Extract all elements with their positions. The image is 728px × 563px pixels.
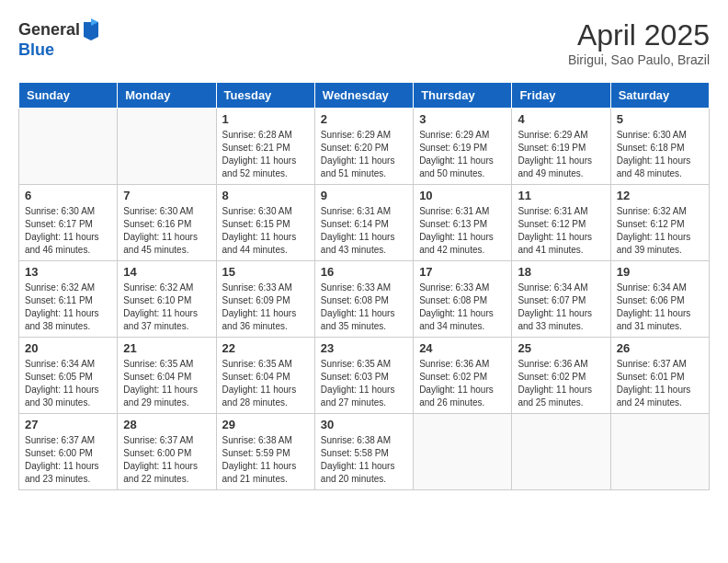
day-number: 17 bbox=[419, 265, 506, 279]
day-info: Sunrise: 6:32 AM Sunset: 6:11 PM Dayligh… bbox=[25, 282, 111, 333]
day-of-week-header: Wednesday bbox=[314, 83, 413, 109]
day-number: 24 bbox=[419, 341, 506, 355]
calendar-day-cell: 15Sunrise: 6:33 AM Sunset: 6:09 PM Dayli… bbox=[216, 261, 314, 338]
logo-blue-text: Blue bbox=[18, 40, 100, 60]
calendar-week-row: 1Sunrise: 6:28 AM Sunset: 6:21 PM Daylig… bbox=[19, 109, 710, 185]
day-number: 4 bbox=[518, 112, 604, 126]
day-number: 20 bbox=[25, 341, 111, 355]
day-info: Sunrise: 6:29 AM Sunset: 6:19 PM Dayligh… bbox=[518, 129, 604, 180]
calendar-day-cell: 5Sunrise: 6:30 AM Sunset: 6:18 PM Daylig… bbox=[610, 109, 709, 185]
day-info: Sunrise: 6:32 AM Sunset: 6:10 PM Dayligh… bbox=[123, 282, 210, 333]
calendar-day-cell: 25Sunrise: 6:36 AM Sunset: 6:02 PM Dayli… bbox=[512, 338, 610, 414]
month-title: April 2025 bbox=[568, 18, 710, 52]
calendar-day-cell: 16Sunrise: 6:33 AM Sunset: 6:08 PM Dayli… bbox=[314, 261, 413, 338]
calendar-week-row: 13Sunrise: 6:32 AM Sunset: 6:11 PM Dayli… bbox=[19, 261, 710, 338]
calendar-day-cell: 1Sunrise: 6:28 AM Sunset: 6:21 PM Daylig… bbox=[216, 109, 314, 185]
day-of-week-header: Thursday bbox=[414, 83, 512, 109]
day-info: Sunrise: 6:38 AM Sunset: 5:58 PM Dayligh… bbox=[321, 434, 407, 486]
title-block: April 2025 Birigui, Sao Paulo, Brazil bbox=[568, 18, 710, 67]
calendar-day-cell: 3Sunrise: 6:29 AM Sunset: 6:19 PM Daylig… bbox=[414, 109, 512, 185]
calendar-day-cell: 13Sunrise: 6:32 AM Sunset: 6:11 PM Dayli… bbox=[19, 261, 118, 338]
calendar-day-cell: 20Sunrise: 6:34 AM Sunset: 6:05 PM Dayli… bbox=[19, 338, 118, 414]
calendar-day-cell: 7Sunrise: 6:30 AM Sunset: 6:16 PM Daylig… bbox=[118, 185, 216, 261]
day-number: 12 bbox=[617, 189, 703, 202]
day-of-week-header: Tuesday bbox=[216, 83, 314, 109]
calendar-week-row: 27Sunrise: 6:37 AM Sunset: 6:00 PM Dayli… bbox=[19, 414, 710, 490]
calendar-day-cell: 11Sunrise: 6:31 AM Sunset: 6:12 PM Dayli… bbox=[512, 185, 610, 261]
day-info: Sunrise: 6:35 AM Sunset: 6:04 PM Dayligh… bbox=[123, 358, 210, 409]
calendar-week-row: 20Sunrise: 6:34 AM Sunset: 6:05 PM Dayli… bbox=[19, 338, 710, 414]
day-info: Sunrise: 6:30 AM Sunset: 6:17 PM Dayligh… bbox=[25, 205, 111, 257]
logo: General Blue bbox=[18, 18, 100, 60]
day-info: Sunrise: 6:37 AM Sunset: 6:01 PM Dayligh… bbox=[617, 358, 703, 409]
day-info: Sunrise: 6:37 AM Sunset: 6:00 PM Dayligh… bbox=[25, 434, 111, 486]
day-number: 18 bbox=[518, 265, 604, 279]
day-number: 15 bbox=[222, 265, 309, 279]
calendar-day-cell: 17Sunrise: 6:33 AM Sunset: 6:08 PM Dayli… bbox=[414, 261, 512, 338]
calendar-day-cell: 23Sunrise: 6:35 AM Sunset: 6:03 PM Dayli… bbox=[314, 338, 413, 414]
calendar-day-cell: 2Sunrise: 6:29 AM Sunset: 6:20 PM Daylig… bbox=[314, 109, 413, 185]
day-number: 6 bbox=[25, 189, 111, 202]
day-info: Sunrise: 6:36 AM Sunset: 6:02 PM Dayligh… bbox=[419, 358, 506, 409]
logo-general-text: General bbox=[18, 20, 80, 40]
day-info: Sunrise: 6:34 AM Sunset: 6:06 PM Dayligh… bbox=[617, 282, 703, 333]
day-number: 23 bbox=[321, 341, 407, 355]
day-info: Sunrise: 6:33 AM Sunset: 6:09 PM Dayligh… bbox=[222, 282, 309, 333]
calendar-day-cell: 19Sunrise: 6:34 AM Sunset: 6:06 PM Dayli… bbox=[610, 261, 709, 338]
day-info: Sunrise: 6:32 AM Sunset: 6:12 PM Dayligh… bbox=[617, 205, 703, 257]
day-info: Sunrise: 6:29 AM Sunset: 6:19 PM Dayligh… bbox=[419, 129, 506, 180]
day-info: Sunrise: 6:33 AM Sunset: 6:08 PM Dayligh… bbox=[321, 282, 407, 333]
day-number: 8 bbox=[222, 189, 309, 202]
day-number: 22 bbox=[222, 341, 309, 355]
calendar-day-cell: 21Sunrise: 6:35 AM Sunset: 6:04 PM Dayli… bbox=[118, 338, 216, 414]
calendar-week-row: 6Sunrise: 6:30 AM Sunset: 6:17 PM Daylig… bbox=[19, 185, 710, 261]
day-info: Sunrise: 6:36 AM Sunset: 6:02 PM Dayligh… bbox=[518, 358, 604, 409]
calendar-day-cell: 14Sunrise: 6:32 AM Sunset: 6:10 PM Dayli… bbox=[118, 261, 216, 338]
calendar-day-cell: 22Sunrise: 6:35 AM Sunset: 6:04 PM Dayli… bbox=[216, 338, 314, 414]
calendar-day-cell: 8Sunrise: 6:30 AM Sunset: 6:15 PM Daylig… bbox=[216, 185, 314, 261]
day-info: Sunrise: 6:37 AM Sunset: 6:00 PM Dayligh… bbox=[123, 434, 210, 486]
day-number: 11 bbox=[518, 189, 604, 202]
location-subtitle: Birigui, Sao Paulo, Brazil bbox=[568, 52, 710, 67]
day-number: 9 bbox=[321, 189, 407, 202]
calendar-day-cell: 24Sunrise: 6:36 AM Sunset: 6:02 PM Dayli… bbox=[414, 338, 512, 414]
day-info: Sunrise: 6:30 AM Sunset: 6:18 PM Dayligh… bbox=[617, 129, 703, 180]
day-info: Sunrise: 6:28 AM Sunset: 6:21 PM Dayligh… bbox=[222, 129, 309, 180]
day-info: Sunrise: 6:34 AM Sunset: 6:07 PM Dayligh… bbox=[518, 282, 604, 333]
day-info: Sunrise: 6:33 AM Sunset: 6:08 PM Dayligh… bbox=[419, 282, 506, 333]
calendar-day-cell bbox=[19, 109, 118, 185]
calendar-day-cell: 6Sunrise: 6:30 AM Sunset: 6:17 PM Daylig… bbox=[19, 185, 118, 261]
day-number: 27 bbox=[25, 418, 111, 431]
day-number: 2 bbox=[321, 112, 407, 126]
logo-icon bbox=[82, 18, 100, 40]
calendar-day-cell bbox=[512, 414, 610, 490]
day-of-week-header: Sunday bbox=[19, 83, 118, 109]
day-info: Sunrise: 6:35 AM Sunset: 6:04 PM Dayligh… bbox=[222, 358, 309, 409]
day-info: Sunrise: 6:31 AM Sunset: 6:14 PM Dayligh… bbox=[321, 205, 407, 257]
day-number: 28 bbox=[123, 418, 210, 431]
calendar-day-cell: 27Sunrise: 6:37 AM Sunset: 6:00 PM Dayli… bbox=[19, 414, 118, 490]
calendar-day-cell bbox=[414, 414, 512, 490]
day-of-week-header: Monday bbox=[118, 83, 216, 109]
day-info: Sunrise: 6:30 AM Sunset: 6:16 PM Dayligh… bbox=[123, 205, 210, 257]
day-number: 21 bbox=[123, 341, 210, 355]
day-number: 10 bbox=[419, 189, 506, 202]
day-number: 29 bbox=[222, 418, 309, 431]
calendar-day-cell: 12Sunrise: 6:32 AM Sunset: 6:12 PM Dayli… bbox=[610, 185, 709, 261]
calendar-day-cell: 29Sunrise: 6:38 AM Sunset: 5:59 PM Dayli… bbox=[216, 414, 314, 490]
calendar-day-cell: 28Sunrise: 6:37 AM Sunset: 6:00 PM Dayli… bbox=[118, 414, 216, 490]
day-info: Sunrise: 6:35 AM Sunset: 6:03 PM Dayligh… bbox=[321, 358, 407, 409]
day-number: 26 bbox=[617, 341, 703, 355]
day-number: 3 bbox=[419, 112, 506, 126]
day-info: Sunrise: 6:29 AM Sunset: 6:20 PM Dayligh… bbox=[321, 129, 407, 180]
day-number: 5 bbox=[617, 112, 703, 126]
calendar-day-cell: 4Sunrise: 6:29 AM Sunset: 6:19 PM Daylig… bbox=[512, 109, 610, 185]
day-info: Sunrise: 6:38 AM Sunset: 5:59 PM Dayligh… bbox=[222, 434, 309, 486]
day-number: 1 bbox=[222, 112, 309, 126]
day-number: 30 bbox=[321, 418, 407, 431]
day-of-week-header: Friday bbox=[512, 83, 610, 109]
calendar-day-cell: 26Sunrise: 6:37 AM Sunset: 6:01 PM Dayli… bbox=[610, 338, 709, 414]
day-info: Sunrise: 6:31 AM Sunset: 6:12 PM Dayligh… bbox=[518, 205, 604, 257]
calendar-header-row: SundayMondayTuesdayWednesdayThursdayFrid… bbox=[19, 83, 710, 109]
calendar-day-cell bbox=[610, 414, 709, 490]
